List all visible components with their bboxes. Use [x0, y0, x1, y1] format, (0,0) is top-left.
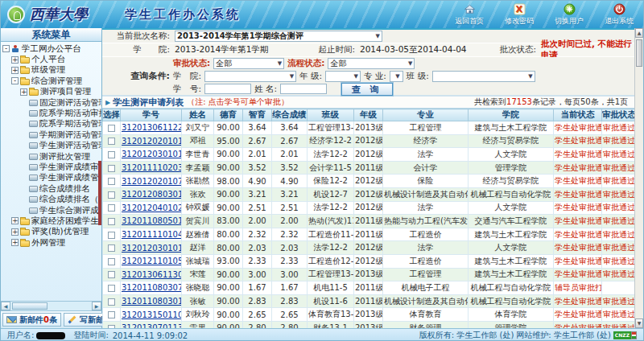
expand-plus-icon[interactable]: + — [11, 67, 19, 74]
row-checkbox[interactable] — [108, 178, 115, 185]
tree-item-node[interactable]: 学生测评成绩审核 — [1, 162, 101, 172]
table-row[interactable]: 312011080501721贺宾川83.002.002.00热动(汽发)11-… — [103, 215, 635, 228]
main-vscrollbar[interactable]: ▲ ▼ — [634, 28, 643, 328]
row-checkbox[interactable] — [108, 311, 115, 318]
vscroll-thumb[interactable] — [636, 39, 642, 67]
student-id-link[interactable]: 3120130611221 — [122, 123, 182, 132]
process-status-select[interactable]: 全部▼ — [328, 58, 415, 69]
row-checkbox[interactable] — [108, 125, 115, 132]
student-id-link[interactable]: 3120130701132 — [122, 323, 182, 328]
new-mail-button[interactable]: 新邮件0条 — [2, 313, 61, 327]
expand-plus-icon[interactable]: + — [11, 56, 19, 64]
scroll-left-icon[interactable]: ◀ — [1, 302, 10, 310]
tree-item-node[interactable]: +评奖(助)优管理 — [1, 227, 101, 237]
tree-item-node[interactable]: +班级管理 — [1, 65, 101, 76]
student-id-link[interactable]: 312011080301628 — [122, 297, 182, 306]
row-checkbox[interactable] — [108, 244, 115, 252]
change-password-button[interactable]: XX 修改密码 — [500, 3, 539, 27]
table-row[interactable]: 312011080307519张晓聪90.001.671.67机电11-5201… — [103, 281, 635, 295]
student-id-link[interactable]: 312012020101210 — [122, 137, 182, 146]
scroll-up-icon[interactable]: ▲ — [635, 28, 643, 38]
student-id-input[interactable] — [204, 84, 251, 94]
tree-item-node[interactable]: +外网管理 — [1, 237, 101, 248]
collapse-minus-icon[interactable]: - — [2, 45, 10, 52]
tree-item-node[interactable]: 固定测评活动管理 — [1, 97, 101, 108]
row-checkbox[interactable] — [108, 298, 115, 306]
tree-item-node[interactable]: 院系学期活动管理 — [1, 119, 101, 129]
table-row[interactable]: 312012080301704张欢90.003.213.21机设12-72012… — [103, 187, 635, 201]
tree-item-node[interactable]: 综合成绩排名 — [1, 183, 101, 194]
college-select[interactable]: ▼ — [204, 71, 296, 82]
student-id-link[interactable]: 312011110203508 — [122, 163, 182, 172]
table-row[interactable]: 312012040102126钟双媛90.002.512.51法学12-2201… — [103, 201, 635, 215]
table-row[interactable]: 312012020101210邓祖95.002.672.67经济学12-2201… — [103, 134, 635, 148]
expand-plus-icon[interactable]: + — [11, 217, 19, 224]
student-id-link[interactable]: 3120131501105 — [122, 310, 182, 319]
tree-item-node[interactable]: 学生测评成绩管理 — [1, 173, 101, 183]
table-row[interactable]: 3120130611221刘又宁90.003.643.64工程管理13-2201… — [103, 121, 635, 135]
student-id-link[interactable]: 3120130611307 — [122, 270, 182, 279]
class-select[interactable]: ▼ — [432, 71, 535, 82]
table-row[interactable]: 312012110105233张城瑞93.002.332.33工程造价12-22… — [103, 254, 635, 268]
collapse-minus-icon[interactable]: - — [11, 77, 19, 84]
tree-item-node[interactable]: +个人平台 — [1, 54, 101, 64]
tree-item-node[interactable]: 学期测评活动管理 — [1, 129, 101, 140]
home-button[interactable]: 返回首页 — [450, 3, 489, 27]
table-row[interactable]: 3120130611307宋莲90.003.003.00工程管理13-32013… — [103, 268, 635, 281]
expand-plus-icon[interactable]: + — [11, 228, 19, 236]
row-checkbox[interactable] — [108, 258, 115, 265]
row-checkbox[interactable] — [108, 271, 115, 278]
table-row[interactable]: 312012030101220李世青90.002.012.01法学12-2201… — [103, 148, 635, 162]
row-checkbox[interactable] — [108, 151, 115, 158]
cnzz-badge[interactable]: CNZZ — [613, 331, 637, 339]
batch-select[interactable]: 2013-2014学年第1学期综合测评▼ — [175, 31, 382, 42]
scroll-right-icon[interactable]: ▶ — [92, 302, 101, 310]
table-row[interactable]: 312012030101219赵洋80.002.032.03法学12-22012… — [103, 241, 635, 255]
row-checkbox[interactable] — [108, 165, 115, 172]
tree-item-node[interactable]: +测评项目管理 — [1, 87, 101, 97]
logout-button[interactable]: 退出系统 — [600, 3, 638, 27]
tree-item-node[interactable]: 学生综合测评成绩 — [1, 205, 101, 216]
tree-item-node[interactable]: 学生测评活动管理 — [1, 141, 101, 151]
student-id-link[interactable]: 312011080501721 — [122, 216, 182, 225]
row-checkbox[interactable] — [108, 232, 115, 239]
approval-status-select[interactable]: 全部▼ — [213, 58, 284, 69]
student-id-link[interactable]: 312011080307519 — [122, 283, 182, 292]
tree-item-node[interactable]: -综合测评管理 — [1, 76, 101, 86]
table-row[interactable]: 312011110203508李孟颖90.003.523.52会计学11-520… — [103, 161, 635, 175]
student-id-link[interactable]: 312012080301704 — [122, 190, 182, 199]
switch-user-button[interactable]: 切换用户 — [550, 3, 588, 27]
row-checkbox[interactable] — [108, 218, 115, 225]
row-checkbox[interactable] — [108, 285, 115, 292]
expand-plus-icon[interactable]: + — [20, 88, 27, 96]
student-id-link[interactable]: 312012040102126 — [122, 203, 182, 212]
row-checkbox[interactable] — [108, 191, 115, 199]
student-id-link[interactable]: 312012030101219 — [122, 244, 182, 253]
row-checkbox[interactable] — [108, 204, 115, 212]
tree-item-node[interactable]: 测评批次管理 — [1, 151, 101, 162]
student-id-link[interactable]: 312011110104117 — [122, 230, 182, 239]
search-button[interactable]: 查 询 — [341, 83, 393, 96]
tree-item-node[interactable]: 院系学期活动审批 — [1, 108, 101, 118]
tree-item-node[interactable]: 综合成绩排名（学年 — [1, 194, 101, 204]
student-id-link[interactable]: 312012030101220 — [122, 150, 182, 158]
table-row[interactable]: 3120131501105刘秋玲90.002.652.65体育教育13-1201… — [103, 308, 635, 322]
table-row[interactable]: 312011110104117赵雅倩80.002.322.32工程造价11-52… — [103, 228, 635, 241]
scroll-down-icon[interactable]: ▼ — [635, 318, 643, 328]
hscroll-thumb[interactable] — [12, 302, 47, 310]
row-checkbox[interactable] — [108, 138, 115, 145]
tree-item-node[interactable]: +家庭经济困难学生认定 — [1, 216, 101, 226]
grade-select[interactable]: ▼ — [325, 71, 361, 82]
tree-item-root[interactable]: -学工网办公平台 — [1, 43, 101, 54]
table-row[interactable]: 312012020107227张勘然98.004.904.90保险12-2201… — [103, 175, 635, 188]
student-id-link[interactable]: 312012110105233 — [122, 257, 182, 265]
sidebar-hscrollbar[interactable]: ◀ ▶ — [1, 301, 101, 310]
table-row[interactable]: 312011080301628张敏90.002.832.83机设11-62011… — [103, 294, 635, 308]
expand-plus-icon[interactable]: + — [11, 239, 19, 246]
table-row[interactable]: 3120130701132雷果90.002.802.80财务13-12013级财… — [103, 321, 635, 328]
sidebar-scrollbar-thumb[interactable] — [98, 161, 101, 225]
student-id-link[interactable]: 312012020107227 — [122, 177, 182, 186]
row-checkbox[interactable] — [108, 325, 115, 328]
major-select[interactable]: ▼ — [390, 71, 403, 82]
student-name-input[interactable] — [280, 84, 327, 94]
